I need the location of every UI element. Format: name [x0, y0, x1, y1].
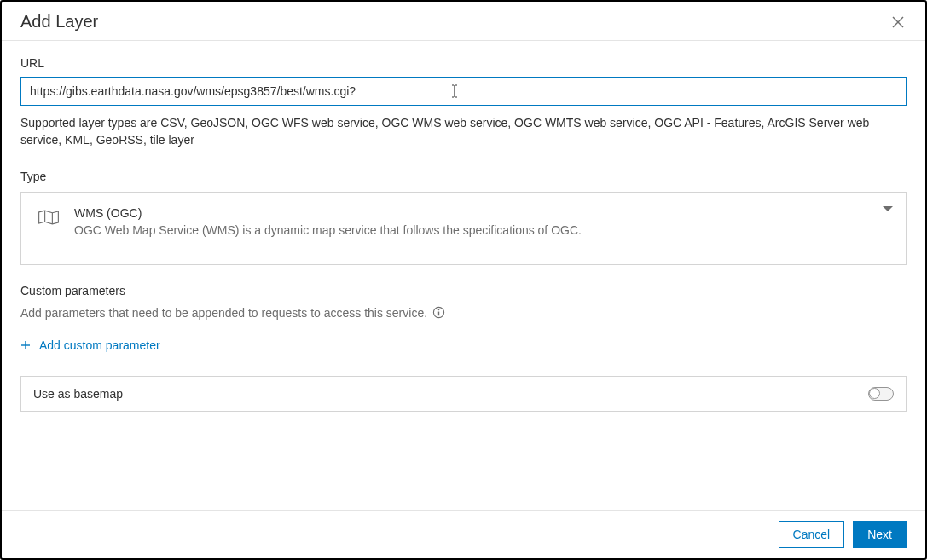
info-icon[interactable]	[432, 306, 445, 319]
custom-parameters-description-text: Add parameters that need to be appended …	[20, 306, 427, 320]
close-icon	[891, 15, 905, 29]
add-layer-dialog: Add Layer URL Supported layer types are …	[0, 0, 927, 560]
custom-parameters-label: Custom parameters	[20, 284, 907, 297]
type-label: Type	[20, 170, 907, 183]
add-custom-parameter-button[interactable]: Add custom parameter	[20, 338, 907, 352]
dialog-header: Add Layer	[2, 2, 925, 40]
dialog-body: URL Supported layer types are CSV, GeoJS…	[2, 41, 925, 510]
add-custom-parameter-label: Add custom parameter	[39, 338, 160, 352]
next-button[interactable]: Next	[853, 521, 907, 548]
type-title: WMS (OGC)	[74, 206, 890, 220]
dialog-title: Add Layer	[20, 12, 98, 32]
use-as-basemap-label: Use as basemap	[33, 387, 123, 401]
close-button[interactable]	[889, 14, 907, 31]
url-help-text: Supported layer types are CSV, GeoJSON, …	[20, 114, 907, 149]
url-label: URL	[20, 56, 907, 70]
custom-parameters-description: Add parameters that need to be appended …	[20, 306, 907, 320]
plus-icon	[20, 340, 31, 350]
cancel-button[interactable]: Cancel	[779, 521, 845, 548]
type-text: WMS (OGC) OGC Web Map Service (WMS) is a…	[74, 206, 890, 237]
use-as-basemap-row: Use as basemap	[20, 376, 907, 412]
map-layer-icon	[37, 208, 61, 227]
type-selector[interactable]: WMS (OGC) OGC Web Map Service (WMS) is a…	[20, 192, 907, 265]
type-description: OGC Web Map Service (WMS) is a dynamic m…	[74, 223, 890, 237]
dialog-footer: Cancel Next	[2, 510, 925, 558]
chevron-down-icon	[882, 205, 894, 213]
toggle-knob	[869, 388, 880, 399]
use-as-basemap-toggle[interactable]	[868, 387, 894, 401]
url-input[interactable]	[20, 77, 907, 106]
svg-point-11	[438, 309, 440, 311]
